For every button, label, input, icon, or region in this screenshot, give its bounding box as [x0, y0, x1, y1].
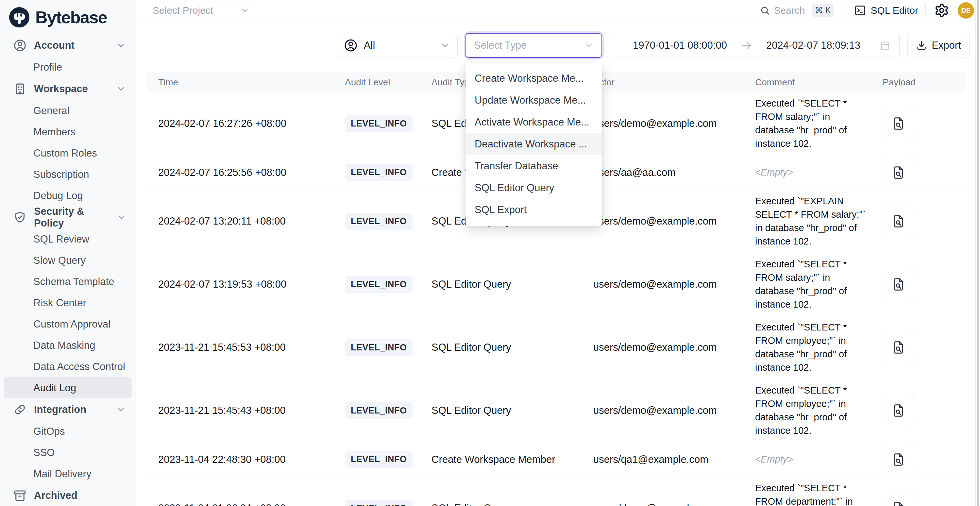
- dropdown-option-transfer-database[interactable]: Transfer Database: [466, 155, 602, 177]
- view-payload-button[interactable]: [883, 395, 914, 426]
- sidebar-item-general[interactable]: General: [0, 100, 136, 121]
- view-payload-button[interactable]: [883, 493, 914, 506]
- sidebar-item-schema-template[interactable]: Schema Template: [0, 271, 136, 292]
- cell-actor: users/demo@example.com: [593, 278, 755, 290]
- cell-payload: [883, 157, 966, 188]
- search-input[interactable]: Search ⌘ K: [756, 3, 838, 18]
- sidebar-section-integration[interactable]: Integration: [0, 398, 136, 421]
- cell-audit-type: SQL Editor Query: [431, 405, 593, 417]
- sidebar-item-custom-roles[interactable]: Custom Roles: [0, 143, 136, 164]
- user-circle-icon: [344, 38, 358, 53]
- view-payload-button[interactable]: [883, 108, 914, 139]
- sidebar-item-data-masking[interactable]: Data Masking: [0, 335, 136, 356]
- level-badge: LEVEL_INFO: [345, 115, 413, 132]
- cell-comment: <Empty>: [755, 453, 883, 466]
- sidebar-item-slow-query[interactable]: Slow Query: [0, 250, 136, 271]
- level-badge: LEVEL_INFO: [345, 164, 413, 181]
- cell-time: 2023-11-21 15:45:53 +08:00: [146, 342, 345, 353]
- cell-audit-type: SQL Editor Query: [431, 278, 593, 290]
- project-select[interactable]: Select Project: [146, 3, 256, 18]
- sidebar-section-security-policy[interactable]: Security & Policy: [0, 206, 136, 229]
- chevron-down-icon: [240, 6, 250, 15]
- chevron-down-icon: [116, 84, 126, 94]
- view-payload-button[interactable]: [883, 269, 914, 300]
- cell-comment: Executed `"SELECT * FROM employee;"` in …: [755, 321, 883, 374]
- sidebar-item-risk-center[interactable]: Risk Center: [0, 292, 136, 313]
- dropdown-option-sql-editor-query[interactable]: SQL Editor Query: [466, 177, 602, 199]
- column-header-comment: Comment: [755, 77, 883, 88]
- search-placeholder: Search: [774, 5, 805, 16]
- level-badge: LEVEL_INFO: [345, 339, 413, 356]
- sidebar-item-profile[interactable]: Profile: [0, 57, 136, 78]
- sidebar-item-sql-review[interactable]: SQL Review: [0, 229, 136, 250]
- sidebar-item-sso[interactable]: SSO: [0, 442, 136, 463]
- table-row: 2023-11-21 15:45:53 +08:00LEVEL_INFOSQL …: [146, 316, 966, 379]
- export-label: Export: [932, 40, 961, 51]
- sidebar-item-audit-log[interactable]: Audit Log: [4, 377, 132, 398]
- sidebar-item-mail-delivery[interactable]: Mail Delivery: [0, 463, 136, 484]
- cell-time: 2024-02-07 13:20:11 +08:00: [146, 215, 345, 227]
- view-payload-button[interactable]: [883, 332, 914, 363]
- shield-check-icon: [13, 210, 27, 224]
- topbar: Select Project Search ⌘ K SQL Editor DE: [136, 0, 980, 21]
- dropdown-option-create-workspace-me[interactable]: Create Workspace Me...: [466, 67, 602, 89]
- cell-audit-level: LEVEL_INFO: [345, 451, 431, 468]
- sidebar-section-account[interactable]: Account: [0, 34, 136, 57]
- sql-editor-button[interactable]: SQL Editor: [846, 3, 926, 18]
- sidebar-item-custom-approval[interactable]: Custom Approval: [0, 313, 136, 335]
- arrow-right-icon: [741, 40, 752, 51]
- level-badge: LEVEL_INFO: [345, 451, 413, 468]
- cell-audit-level: LEVEL_INFO: [345, 276, 431, 293]
- cell-actor: users/demo@example.com: [593, 342, 755, 353]
- cell-payload: [883, 332, 966, 363]
- dropdown-option-update-workspace-me[interactable]: Update Workspace Me...: [466, 89, 602, 111]
- scrollbar-thumb[interactable]: [977, 0, 979, 506]
- actor-filter-select[interactable]: All: [336, 33, 458, 58]
- logo-text: Bytebase: [35, 8, 107, 27]
- view-payload-button[interactable]: [883, 205, 914, 237]
- sidebar-section-workspace[interactable]: Workspace: [0, 78, 136, 100]
- building-icon: [13, 82, 27, 96]
- column-header-payload: Payload: [883, 77, 966, 88]
- sidebar-item-data-access-control[interactable]: Data Access Control: [0, 356, 136, 377]
- dropdown-option-deactivate-workspace[interactable]: Deactivate Workspace ...: [466, 133, 602, 155]
- chevron-down-icon: [584, 41, 593, 50]
- cell-audit-level: LEVEL_INFO: [345, 500, 431, 506]
- project-select-placeholder: Select Project: [153, 5, 213, 16]
- date-from-value[interactable]: 1970-01-01 08:00:00: [619, 40, 741, 51]
- avatar[interactable]: DE: [958, 2, 974, 19]
- cell-audit-level: LEVEL_INFO: [345, 164, 431, 181]
- cell-comment: Executed `"SELECT * FROM employee;"` in …: [755, 384, 883, 438]
- bytebase-logo[interactable]: Bytebase: [0, 0, 136, 34]
- vertical-scrollbar[interactable]: [975, 0, 980, 506]
- type-filter-dropdown: Create Workspace Me...Update Workspace M…: [466, 64, 602, 226]
- cell-actor: users/demo@example.com: [593, 215, 755, 227]
- date-range-picker[interactable]: 1970-01-01 08:00:00 2024-02-07 18:09:13: [610, 33, 900, 58]
- view-payload-button[interactable]: [883, 157, 914, 188]
- sql-editor-label: SQL Editor: [870, 5, 918, 16]
- cell-actor: users/aa@aa.com: [593, 167, 755, 178]
- dropdown-option-sql-export[interactable]: SQL Export: [466, 199, 602, 221]
- file-search-icon: [891, 116, 906, 131]
- date-to-value[interactable]: 2024-02-07 18:09:13: [752, 40, 874, 51]
- view-payload-button[interactable]: [883, 444, 914, 475]
- sidebar-item-gitops[interactable]: GitOps: [0, 421, 136, 442]
- file-search-icon: [891, 214, 906, 229]
- sidebar-item-subscription[interactable]: Subscription: [0, 164, 136, 185]
- sidebar-item-debug-log[interactable]: Debug Log: [0, 185, 136, 206]
- cell-time: 2024-02-07 16:27:26 +08:00: [146, 118, 345, 129]
- download-icon: [916, 40, 927, 51]
- table-row: 2023-11-04 21:26:24 +08:00LEVEL_INFOSQL …: [146, 477, 966, 506]
- export-button[interactable]: Export: [907, 33, 970, 58]
- type-filter-select[interactable]: Select Type: [466, 33, 602, 58]
- table-row: 2024-02-07 13:19:53 +08:00LEVEL_INFOSQL …: [146, 253, 966, 316]
- dropdown-option-activate-workspace-me[interactable]: Activate Workspace Me...: [466, 111, 602, 133]
- cell-comment: Executed `"EXPLAIN SELECT * FROM salary;…: [755, 194, 883, 248]
- cell-time: 2023-11-04 22:48:30 +08:00: [146, 454, 345, 465]
- sidebar-section-archived[interactable]: Archived: [0, 484, 136, 506]
- chevron-down-icon: [117, 212, 126, 222]
- chevron-down-icon: [440, 41, 450, 50]
- sidebar-section-label: Integration: [34, 404, 86, 415]
- gear-icon[interactable]: [934, 3, 949, 18]
- sidebar-item-members[interactable]: Members: [0, 121, 136, 143]
